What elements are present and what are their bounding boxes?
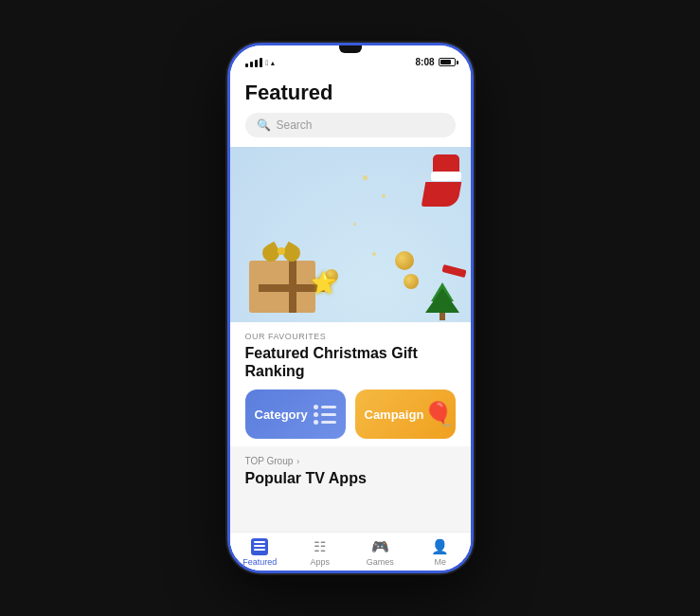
hero-banner: ⭐ [230,147,471,322]
nav-item-me[interactable]: 👤 Me [410,538,471,567]
section-header: TOP Group › [230,446,471,470]
glitter-2 [382,194,386,198]
nav-label-featured: Featured [242,557,277,567]
ornament-ball-1 [395,251,414,270]
search-icon: 🔍 [257,118,271,132]
nav-label-me: Me [434,557,446,567]
ornament-ball-2 [404,274,419,289]
search-bar[interactable]: 🔍 Search [245,113,456,137]
me-icon: 👤 [431,538,449,555]
stocking-decoration [417,154,459,207]
status-bar:  ▴ 8:08 [230,45,471,71]
nav-label-games: Games [367,557,394,567]
signal-icon: ▴ [271,60,275,67]
campaign-label: Campaign [365,408,424,422]
banner-title: Featured Christmas Gift Ranking [245,344,456,380]
status-left:  ▴ [245,58,276,67]
glitter-3 [353,223,356,226]
nav-item-games[interactable]: 🎮 Games [350,538,411,567]
apps-icon: ☷ [314,538,326,555]
phone-shell:  ▴ 8:08 Featured 🔍 Search [227,43,474,573]
screen: Featured 🔍 Search [230,71,471,570]
page-title: Featured [245,81,456,105]
campaign-icon: 🎈 [422,397,456,431]
glitter-4 [372,252,376,256]
nav-item-featured[interactable]: Featured [230,538,291,567]
bottom-nav: Featured ☷ Apps 🎮 Games 👤 Me [230,532,471,570]
main-content: ⭐ [230,147,471,570]
search-placeholder: Search [277,118,313,132]
category-label: Category [255,408,308,422]
category-button[interactable]: Category [245,390,346,439]
status-right: 8:08 [415,57,455,67]
our-favourites-label: OUR FAVOURITES [245,332,456,341]
featured-icon [251,538,268,555]
section-title: Popular TV Apps [230,470,471,493]
nav-item-apps[interactable]: ☷ Apps [290,538,350,567]
campaign-button[interactable]: Campaign 🎈 [355,390,456,439]
category-icon [314,405,336,425]
games-icon: 🎮 [371,538,389,555]
header: Featured 🔍 Search [230,71,471,147]
banner-info: OUR FAVOURITES Featured Christmas Gift R… [230,322,471,446]
time-display: 8:08 [415,57,434,67]
star-decoration: ⭐ [311,271,336,296]
glitter-1 [363,175,368,180]
nav-label-apps: Apps [310,557,330,567]
action-buttons: Category [245,390,456,439]
group-label: TOP Group [245,456,294,466]
group-arrow: › [296,457,299,466]
